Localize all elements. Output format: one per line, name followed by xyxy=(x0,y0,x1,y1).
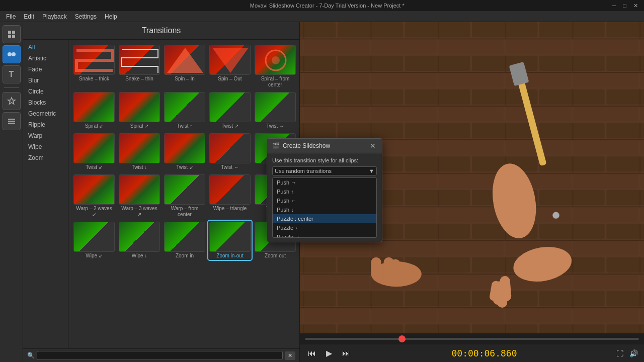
transition-label: Twist ↗ xyxy=(221,123,238,129)
transition-twist-ur[interactable]: Twist ↗ xyxy=(208,91,252,130)
cat-artistic[interactable]: Artistic xyxy=(23,53,68,64)
maximize-button[interactable]: □ xyxy=(621,3,628,9)
transition-warp-3waves[interactable]: Warp – 3 waves ↗ xyxy=(118,173,161,219)
transition-label: Spiral ↙ xyxy=(85,123,103,129)
option-push-right[interactable]: Push → xyxy=(273,178,376,187)
svg-point-5 xyxy=(12,52,16,56)
transition-label: Spiral ↗ xyxy=(130,123,148,129)
tool-transitions[interactable] xyxy=(3,45,21,63)
transition-twist-left[interactable]: Twist ← xyxy=(208,132,252,171)
cat-circle[interactable]: Circle xyxy=(23,86,68,97)
transition-snake-thick[interactable]: Snake – thick xyxy=(72,44,116,89)
transition-label: Twist ↑ xyxy=(177,123,193,129)
dropdown-selected-value: Use random transitions xyxy=(275,168,332,174)
transition-wipe-down[interactable]: Wipe ↓ xyxy=(118,221,161,260)
timecode-display: 00:00:06.860 xyxy=(357,348,611,358)
svg-rect-30 xyxy=(371,257,381,279)
menu-file[interactable]: File xyxy=(2,12,20,21)
cat-warp[interactable]: Warp xyxy=(23,130,68,141)
transition-spin-in[interactable]: Spin – In xyxy=(163,44,206,89)
transition-zoom-in[interactable]: Zoom in xyxy=(163,221,206,260)
cat-geometric[interactable]: Geometric xyxy=(23,108,68,119)
transition-twist-right[interactable]: Twist → xyxy=(254,91,297,130)
transition-label: Zoom in xyxy=(176,253,194,259)
dialog-title-icon: 🎬 xyxy=(272,142,280,149)
next-frame-button[interactable]: ⏭ xyxy=(339,348,353,359)
transition-label: Spin – In xyxy=(175,76,194,82)
transition-snake-thin[interactable]: Snake – thin xyxy=(118,44,161,89)
dialog-title-label: Create Slideshow xyxy=(283,142,330,149)
dialog-body: Use this transition style for all clips:… xyxy=(267,153,382,242)
cat-wipe[interactable]: Wipe xyxy=(23,141,68,152)
volume-button[interactable]: 🔊 xyxy=(628,348,639,358)
transition-label: Wipe ↓ xyxy=(132,253,147,259)
tool-effects[interactable] xyxy=(3,92,21,110)
cat-zoom[interactable]: Zoom xyxy=(23,152,68,163)
option-puzzle-right[interactable]: Puzzle → xyxy=(273,232,376,238)
playback-controls: ⏮ ▶ ⏭ 00:00:06.860 ⛶ 🔊 xyxy=(300,344,644,362)
transition-twist-dl2[interactable]: Twist ↙ xyxy=(163,132,206,171)
tool-menu[interactable] xyxy=(3,112,21,130)
cat-blocks[interactable]: Blocks xyxy=(23,97,68,108)
transition-label: Twist ← xyxy=(221,164,239,170)
tool-import[interactable] xyxy=(3,25,21,43)
dialog-title-text: 🎬 Create Slideshow xyxy=(272,142,330,149)
transition-zoom-in-out[interactable]: Zoom in-out xyxy=(208,221,252,260)
transition-label: Spin – Out xyxy=(218,76,242,82)
svg-marker-9 xyxy=(167,48,203,73)
transition-style-dropdown[interactable]: Use random transitions ▼ xyxy=(272,166,377,175)
transition-wipe-triangle[interactable]: Wipe – triangle xyxy=(208,173,252,219)
window-controls[interactable]: ─ □ ✕ xyxy=(610,3,640,9)
menu-edit[interactable]: Edit xyxy=(20,12,38,21)
transition-twist-dl[interactable]: Twist ↙ xyxy=(72,132,116,171)
option-push-down[interactable]: Push ↓ xyxy=(273,205,376,214)
tool-titles[interactable]: T xyxy=(3,65,21,83)
menu-settings[interactable]: Settings xyxy=(71,12,101,21)
menu-playback[interactable]: Playback xyxy=(38,12,71,21)
search-input[interactable] xyxy=(37,351,283,360)
timeline-scrubber xyxy=(300,333,644,344)
fullscreen-button[interactable]: ⛶ xyxy=(615,348,624,358)
option-puzzle-center[interactable]: Puzzle : center xyxy=(273,214,376,223)
cat-ripple[interactable]: Ripple xyxy=(23,119,68,130)
create-slideshow-dialog: 🎬 Create Slideshow ✕ Use this transition… xyxy=(267,138,382,242)
transition-spiral-ur[interactable]: Spiral ↗ xyxy=(118,91,161,130)
cat-fade[interactable]: Fade xyxy=(23,64,68,75)
option-puzzle-left[interactable]: Puzzle ← xyxy=(273,223,376,232)
transition-label: Spiral – from center xyxy=(255,76,296,88)
scrubber-thumb[interactable] xyxy=(398,335,406,342)
cat-all[interactable]: All xyxy=(23,42,68,53)
option-push-left[interactable]: Push ← xyxy=(273,196,376,205)
transition-spin-out[interactable]: Spin – Out xyxy=(208,44,252,89)
transition-label: Zoom in-out xyxy=(216,253,243,259)
svg-marker-10 xyxy=(212,48,249,73)
transition-twist-up[interactable]: Twist ↑ xyxy=(163,91,206,130)
transition-options-list: Push → Push ↑ Push ← Push ↓ Puzzle : cen… xyxy=(272,177,377,238)
search-icon: 🔍 xyxy=(27,352,35,359)
cat-blur[interactable]: Blur xyxy=(23,75,68,86)
close-button[interactable]: ✕ xyxy=(631,3,640,9)
transition-spiral-from-center[interactable]: Spiral – from center xyxy=(254,44,297,89)
option-push-up[interactable]: Push ↑ xyxy=(273,187,376,196)
svg-rect-7 xyxy=(8,121,15,122)
prev-frame-button[interactable]: ⏮ xyxy=(305,348,319,359)
transition-spiral-dl[interactable]: Spiral ↙ xyxy=(72,91,116,130)
menu-help[interactable]: Help xyxy=(101,12,121,21)
title-bar: Movavi Slideshow Creator - 7-Day Trial V… xyxy=(0,0,644,11)
search-clear-button[interactable]: ✕ xyxy=(285,351,295,360)
minimize-button[interactable]: ─ xyxy=(610,3,618,9)
search-bar: 🔍 ✕ xyxy=(23,348,299,362)
transitions-grid: Snake – thick Snake – thin Spin – In xyxy=(68,40,299,348)
transition-label: Snake – thick xyxy=(79,76,109,82)
play-button[interactable]: ▶ xyxy=(323,347,335,359)
transition-label: Wipe – triangle xyxy=(213,206,247,212)
transition-warp-from-center[interactable]: Warp – from center xyxy=(163,173,206,219)
transitions-panel: Transitions All Artistic Fade Blur Circl… xyxy=(23,22,300,362)
svg-rect-8 xyxy=(8,123,15,124)
scrubber-track[interactable] xyxy=(305,338,639,340)
transition-wipe-dl[interactable]: Wipe ↙ xyxy=(72,221,116,260)
transition-twist-down[interactable]: Twist ↓ xyxy=(118,132,161,171)
transition-label: Twist ↙ xyxy=(176,164,193,170)
transition-warp-2waves[interactable]: Warp – 2 waves ↙ xyxy=(72,173,116,219)
dialog-close-button[interactable]: ✕ xyxy=(369,142,377,150)
